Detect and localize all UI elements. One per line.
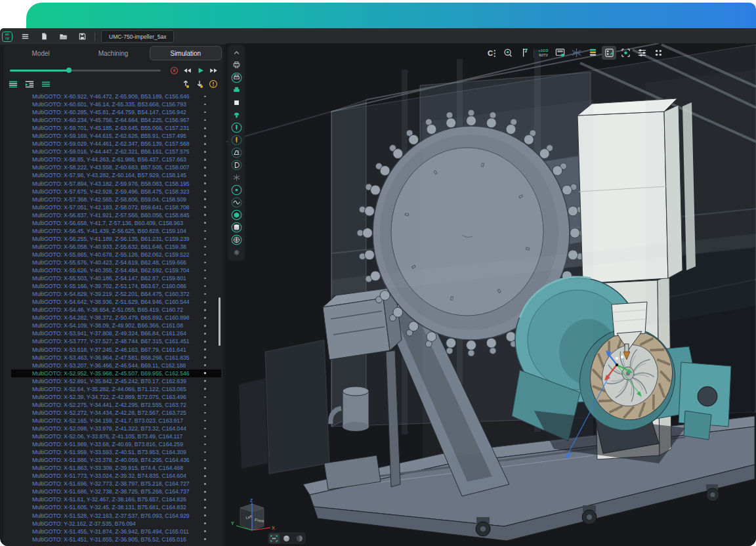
stock-mesh-icon[interactable]	[229, 234, 243, 246]
goto-row[interactable]: MultiGOTO: X-55.166, Y-39.702, Z-53.174,…	[11, 282, 221, 290]
list-flat-icon[interactable]	[8, 79, 18, 89]
goto-row[interactable]: MultiGOTO: X-60.285, Y-45.81, Z-64.759, …	[11, 108, 221, 116]
post-save-icon[interactable]	[553, 46, 567, 60]
wireframe-icon[interactable]	[569, 46, 583, 60]
goto-row[interactable]: MultiGOTO: X-60.922, Y-46.472, Z-65.909,…	[11, 93, 221, 100]
display-options-icon[interactable]	[635, 46, 649, 60]
machine-3d-view[interactable]	[226, 43, 756, 546]
shank-icon[interactable]	[229, 134, 243, 146]
goto-row[interactable]: MultiGOTO: X-59.701, Y-45.185, Z-63.645,…	[11, 124, 221, 132]
viewport-3d[interactable]: C+1GON2T2 Left Front Z Y X	[226, 43, 756, 546]
fit-view-icon[interactable]	[269, 534, 280, 543]
goto-row[interactable]: MultiGOTO: X-51.451, Y-31.855, Z-36.905,…	[11, 536, 221, 543]
goto-row[interactable]: MultiGOTO: X-54.282, Y-38.372, Z-50.479,…	[11, 314, 221, 322]
goto-row[interactable]: MultiGOTO: X-57.894, Y-43.182, Z-59.976,…	[11, 180, 221, 188]
app-logo[interactable]: en cy	[2, 32, 12, 42]
timeline-handle[interactable]	[66, 68, 72, 73]
goto-row[interactable]: MultiGOTO: X-60.234, Y-45.756, Z-64.664,…	[11, 116, 221, 124]
goto-row[interactable]: MultiGOTO: X-56.658, Y-41.7, Z-57.136, B…	[11, 219, 221, 227]
goto-row[interactable]: MultiGOTO: X-54.829, Y-39.219, Z-52.201,…	[11, 290, 221, 298]
open-file-icon[interactable]	[56, 31, 70, 43]
goto-row[interactable]: MultiGOTO: X-55.626, Y-40.355, Z-54.484,…	[11, 266, 221, 274]
stock-icon[interactable]	[229, 96, 243, 109]
goto-row[interactable]: MultiGOTO: X-51.989, Y-33.68, Z-40.69, B…	[11, 440, 221, 448]
goto-row[interactable]: MultiGOTO: X-57.675, Y-42.928, Z-59.496,…	[11, 188, 221, 196]
nc-counter-icon[interactable]: +1GON2T2	[536, 46, 551, 60]
goto-row[interactable]: MultiGOTO: X-59.016, Y-44.447, Z-62.321,…	[11, 148, 221, 156]
step-forward-icon[interactable]	[208, 65, 219, 75]
goto-row[interactable]: MultiGOTO: X-59.169, Y-44.615, Z-62.626,…	[11, 132, 221, 140]
shaded-view-icon[interactable]	[282, 534, 292, 543]
ghost-view-icon[interactable]	[294, 534, 304, 543]
goto-row[interactable]: MultiGOTO: X-59.029, Y-44.461, Z-62.347,…	[11, 140, 221, 148]
goto-row[interactable]: MultiGOTO: X-52.06, Y-33.876, Z-41.105, …	[11, 432, 221, 440]
simulation-display-icon[interactable]	[602, 46, 616, 60]
goto-row[interactable]: MultiGOTO: X-54.46, Y-38.654, Z-51.055, …	[11, 306, 221, 314]
goto-row[interactable]: MultiGOTO: Y-32.162, Z-37.535, B76.094	[11, 520, 221, 528]
stock-solid-icon[interactable]	[229, 209, 243, 221]
tab-machining[interactable]: Machining	[77, 46, 149, 60]
goto-row[interactable]: MultiGOTO: X-54.109, Y-38.09, Z-49.902, …	[11, 322, 221, 329]
fixture-icon[interactable]	[229, 109, 243, 121]
goto-row[interactable]: MultiGOTO: X-51.605, Y-32.45, Z-38.131, …	[11, 503, 221, 511]
filter-icon[interactable]	[41, 79, 51, 89]
goto-row[interactable]: MultiGOTO: X-53.207, Y-36.466, Z-46.544,…	[11, 362, 221, 369]
goto-row[interactable]: MultiGOTO: X-52.098, Y-33.979, Z-41.322,…	[11, 425, 221, 432]
goto-row[interactable]: MultiGOTO: X-55.503, Y-40.186, Z-54.147,…	[11, 274, 221, 282]
goto-row[interactable]: MultiGOTO: X-52.272, Y-34.434, Z-42.28, …	[11, 409, 221, 417]
goto-row[interactable]: MultiGOTO: X-53.618, Y-37.245, Z-48.163,…	[11, 346, 221, 354]
menu-icon[interactable]	[18, 31, 32, 43]
goto-row[interactable]: MultiGOTO: X-52.39, Y-34.722, Z-42.889, …	[11, 393, 221, 401]
goto-row[interactable]: MultiGOTO: X-53.463, Y-36.964, Z-47.581,…	[11, 354, 221, 362]
machine-ghost-icon[interactable]	[229, 72, 243, 84]
goto-row[interactable]: MultiGOTO: X-55.865, Y-40.678, Z-55.126,…	[11, 251, 221, 259]
machine-outline-icon[interactable]	[229, 59, 243, 72]
stock-cylinder-icon[interactable]	[229, 221, 243, 234]
toolpath-icon[interactable]	[229, 196, 243, 209]
goto-row[interactable]: MultiGOTO: X-52.275, Y-34.441, Z-42.295,…	[11, 401, 221, 409]
layers-icon[interactable]	[585, 46, 600, 60]
save-icon[interactable]	[75, 31, 89, 43]
goto-row[interactable]: MultiGOTO: X-57.051, Y-42.183, Z-58.072,…	[11, 203, 221, 211]
machine-solid-icon[interactable]	[229, 84, 243, 96]
collapse-icon[interactable]	[229, 47, 243, 59]
goto-row[interactable]: MultiGOTO: X-56.058, Y-40.933, Z-55.632,…	[11, 243, 221, 251]
step-back-icon[interactable]	[182, 65, 193, 75]
goto-row[interactable]: MultiGOTO: X-51.455, Y-31.874, Z-36.942,…	[11, 528, 221, 536]
goto-row[interactable]: MultiGOTO: X-57.368, Y-42.565, Z-58.806,…	[11, 196, 221, 203]
grid-menu-icon[interactable]	[651, 46, 665, 60]
point-icon[interactable]	[229, 184, 243, 196]
holder-icon[interactable]	[229, 146, 243, 159]
goto-row[interactable]: MultiGOTO: X-52.64, Y-35.282, Z-44.066, …	[11, 385, 221, 393]
material-removal-icon[interactable]	[229, 171, 243, 184]
goto-row[interactable]: MultiGOTO: X-56.255, Y-41.189, Z-56.135,…	[11, 235, 221, 243]
goto-row[interactable]: MultiGOTO: X-51.528, Y-32.163, Z-37.537,…	[11, 511, 221, 519]
goto-row[interactable]: MultiGOTO: X-55.676, Y-40.423, Z-54.619,…	[11, 259, 221, 266]
probe-icon[interactable]	[501, 46, 515, 60]
goto-row[interactable]: MultiGOTO: X-52.891, Y-35.842, Z-45.242,…	[11, 377, 221, 385]
new-file-icon[interactable]	[37, 31, 51, 43]
move-down-icon[interactable]	[194, 79, 205, 89]
tab-simulation[interactable]: Simulation	[150, 46, 222, 60]
collision-icon[interactable]	[618, 46, 633, 60]
adapter-icon[interactable]	[229, 159, 243, 171]
goto-row[interactable]: MultiGOTO: X-56.45, Y-41.439, Z-56.625, …	[11, 227, 221, 235]
goto-row[interactable]: MultiGOTO: X-58.222, Y-43.558, Z-60.683,…	[11, 163, 221, 171]
tab-model[interactable]: Model	[5, 46, 77, 60]
measure-icon[interactable]	[517, 46, 532, 60]
goto-row[interactable]: MultiGOTO: X-58.85, Y-44.263, Z-61.986, …	[11, 156, 221, 163]
scrollbar-thumb[interactable]	[219, 297, 220, 346]
goto-row[interactable]: MultiGOTO: X-51.959, Y-33.593, Z-40.51, …	[11, 448, 221, 456]
goto-row[interactable]: MultiGOTO: X-54.642, Y-38.936, Z-51.629,…	[11, 298, 221, 306]
goto-row[interactable]: MultiGOTO: X-51.863, Y-33.309, Z-39.915,…	[11, 464, 221, 472]
goto-row[interactable]: MultiGOTO: X-57.98, Y-43.282, Z-60.164, …	[11, 171, 221, 179]
timeline-track[interactable]	[10, 70, 161, 72]
restart-icon[interactable]	[169, 65, 180, 75]
goto-row[interactable]: MultiGOTO: X-53.941, Y-37.808, Z-49.324,…	[11, 329, 221, 337]
warnings-icon[interactable]	[208, 79, 219, 89]
goto-row[interactable]: MultiGOTO: X-53.777, Y-37.527, Z-48.744,…	[11, 337, 221, 345]
play-icon[interactable]	[195, 65, 206, 75]
goto-row[interactable]: MultiGOTO: X-56.837, Y-41.921, Z-57.566,…	[11, 211, 221, 219]
document-tab[interactable]: UMC-750-impeller_5ax	[101, 30, 174, 43]
goto-row[interactable]: MultiGOTO: X-51.686, Y-32.738, Z-38.725,…	[11, 488, 221, 495]
